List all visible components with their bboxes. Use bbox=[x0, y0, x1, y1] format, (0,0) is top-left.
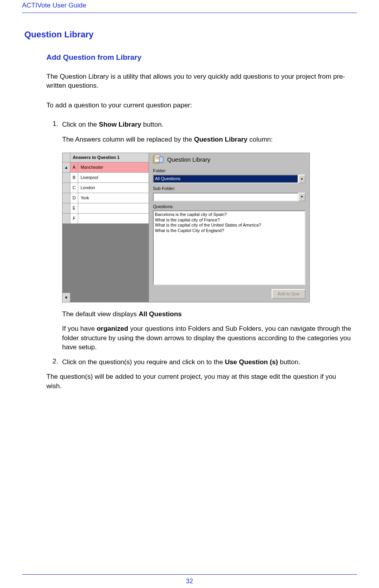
list-item[interactable]: What is the Capitol City of England? bbox=[155, 228, 304, 234]
list-item[interactable]: What is the capital city of the United S… bbox=[155, 223, 304, 228]
subfolder-label: Sub Folder: bbox=[153, 186, 305, 192]
questions-listbox[interactable]: Barcelona is the capital city of Spain? … bbox=[153, 210, 305, 285]
page-number: 32 bbox=[186, 578, 193, 584]
step-1-text-a: Click on the bbox=[62, 121, 99, 128]
section-title: Question Library bbox=[24, 29, 357, 40]
subfolder-combo[interactable]: ▼ bbox=[153, 193, 305, 201]
answer-text: York bbox=[78, 195, 149, 201]
step-1-sub-bold: Question Library bbox=[194, 136, 247, 143]
step-1-sub-c: column: bbox=[247, 136, 272, 143]
answer-row-a[interactable]: ▲ A Manchester bbox=[63, 162, 149, 173]
step-2: 2. Click on the question(s) you require … bbox=[46, 358, 357, 367]
library-title: Question Library bbox=[167, 156, 210, 164]
step-2-bold: Use Question (s) bbox=[225, 358, 278, 366]
chevron-down-icon[interactable]: ▼ bbox=[298, 175, 305, 183]
question-library-panel: Question Library Folder: All Questions ▼… bbox=[149, 153, 309, 302]
answer-text: London bbox=[78, 185, 149, 191]
answers-panel: Answers to Question 1 ▲ A Manchester B L… bbox=[63, 153, 149, 302]
answer-letter: A bbox=[70, 162, 78, 172]
organized-a: If you have bbox=[62, 325, 97, 332]
step-1-text-c: button. bbox=[141, 121, 164, 128]
folder-combo-value: All Questions bbox=[153, 175, 298, 183]
answer-row-f[interactable]: F bbox=[63, 214, 149, 224]
step-2-number: 2. bbox=[46, 358, 62, 367]
intro-paragraph-1: The Question Library is a utility that a… bbox=[46, 72, 353, 90]
answers-header-row: Answers to Question 1 bbox=[63, 153, 149, 162]
answer-text: Liverpool bbox=[78, 175, 149, 181]
embedded-screenshot: Answers to Question 1 ▲ A Manchester B L… bbox=[62, 153, 310, 302]
add-to-question-button[interactable]: Add to Que bbox=[272, 289, 305, 299]
scroll-gutter bbox=[63, 214, 70, 223]
questions-label: Questions: bbox=[153, 204, 305, 210]
intro-paragraph-2: To add a question to your current questi… bbox=[46, 101, 353, 110]
scroll-down-icon[interactable]: ▼ bbox=[63, 293, 70, 302]
scroll-gutter bbox=[63, 183, 70, 193]
answer-row-c[interactable]: C London bbox=[63, 183, 149, 193]
page-footer: 32 bbox=[22, 574, 357, 585]
step-1-sub-a: The Answers column will be replaced by t… bbox=[62, 136, 194, 143]
answer-letter: C bbox=[70, 183, 78, 193]
answer-letter: F bbox=[70, 214, 78, 223]
answer-row-d[interactable]: D York bbox=[63, 193, 149, 203]
library-icon bbox=[153, 155, 164, 165]
step-1-number: 1. bbox=[46, 120, 62, 352]
closing-paragraph: The question(s) will be added to your cu… bbox=[46, 372, 353, 391]
chevron-down-icon[interactable]: ▼ bbox=[298, 193, 305, 201]
after-img-bold: All Questions bbox=[139, 310, 182, 318]
answers-fill: ▼ bbox=[63, 224, 149, 302]
scroll-up-icon[interactable]: ▲ bbox=[63, 162, 70, 172]
answer-row-e[interactable]: E bbox=[63, 203, 149, 214]
doc-header: ACTIVote User Guide bbox=[22, 0, 357, 13]
answer-letter: D bbox=[70, 193, 78, 203]
scroll-gutter bbox=[63, 173, 70, 182]
scroll-gutter bbox=[63, 203, 70, 213]
step-2-text-a: Click on the question(s) you require and… bbox=[62, 358, 225, 366]
answers-corner-cell bbox=[63, 153, 70, 162]
list-item[interactable]: Barcelona is the capital city of Spain? bbox=[155, 212, 304, 218]
answers-header-label: Answers to Question 1 bbox=[70, 155, 149, 160]
step-1-bold: Show Library bbox=[99, 121, 142, 128]
scroll-gutter bbox=[63, 193, 70, 203]
folder-combo[interactable]: All Questions ▼ bbox=[153, 175, 305, 183]
after-img-a: The default view displays bbox=[62, 310, 139, 318]
folder-label: Folder: bbox=[153, 168, 305, 174]
subsection-title: Add Question from Library bbox=[46, 53, 357, 62]
subfolder-combo-value bbox=[153, 193, 298, 201]
list-item[interactable]: What is the capital city of France? bbox=[155, 218, 304, 223]
answer-text: Manchester bbox=[78, 164, 149, 170]
step-1: 1. Click on the Show Library button. The… bbox=[46, 120, 357, 352]
organized-bold: organized bbox=[97, 325, 128, 332]
answer-letter: B bbox=[70, 173, 78, 182]
answer-row-b[interactable]: B Liverpool bbox=[63, 173, 149, 183]
answer-letter: E bbox=[70, 203, 78, 213]
svg-rect-5 bbox=[159, 157, 163, 162]
step-2-text-c: button. bbox=[278, 358, 300, 366]
